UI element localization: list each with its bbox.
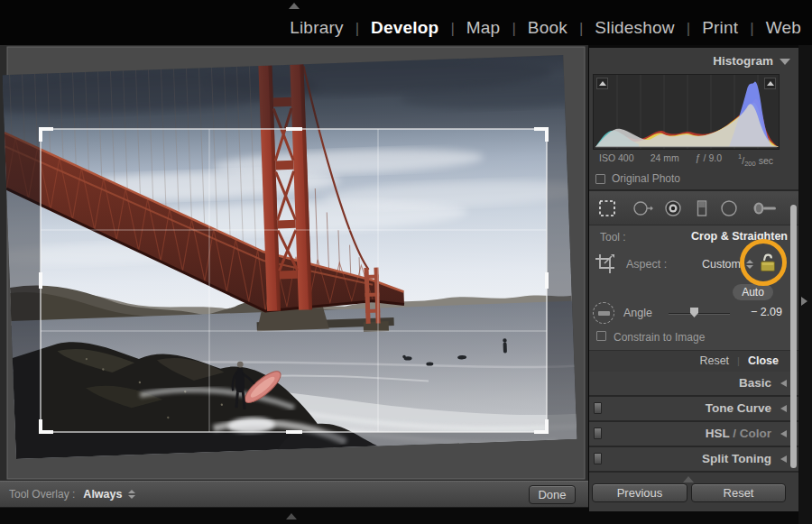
histogram-header[interactable]: Histogram [589, 51, 798, 72]
angle-label: Angle [623, 307, 652, 319]
nav-develop[interactable]: Develop [371, 18, 438, 38]
nav-library[interactable]: Library [290, 18, 343, 38]
histogram-title: Histogram [713, 54, 773, 68]
panel-toggle-switch[interactable] [594, 402, 602, 414]
nav-print[interactable]: Print [702, 18, 738, 38]
constrain-to-image-checkbox[interactable] [596, 331, 606, 341]
adjustment-brush-icon[interactable] [750, 197, 780, 220]
tool-label: Tool : [600, 231, 626, 244]
panel-scroll-hint-icon [683, 476, 694, 483]
constrain-to-image-label: Constrain to Image [614, 331, 705, 344]
tool-overlay-label: Tool Overlay : [9, 488, 75, 501]
panel-section-basic[interactable]: Basic [589, 372, 798, 395]
expand-left-icon [780, 455, 787, 463]
original-photo-checkbox[interactable] [595, 174, 605, 184]
crop-close-button[interactable]: Close [748, 354, 779, 367]
panel-section-tone-curve[interactable]: Tone Curve [589, 397, 798, 420]
exif-readout: ISO 400 24 mm ƒ / 9.0 1/200 sec [593, 152, 780, 168]
module-nav: Library | Develop | Map | Book | Slidesh… [290, 18, 801, 38]
crop-frame-icon[interactable] [594, 253, 617, 280]
radial-filter-icon[interactable] [717, 197, 741, 220]
filmstrip-toggle-icon[interactable] [286, 513, 297, 519]
original-photo-label: Original Photo [612, 172, 680, 185]
panel-toggle-switch[interactable] [594, 453, 602, 464]
develop-right-panel: Histogram ISO 400 [589, 48, 798, 511]
reset-button[interactable]: Reset [691, 483, 786, 502]
histogram-graph [594, 75, 779, 149]
auto-straighten-button[interactable]: Auto [733, 284, 773, 300]
graduated-filter-icon[interactable] [690, 197, 714, 220]
original-photo-row: Original Photo [595, 172, 680, 185]
section-label: Split Toning [702, 452, 771, 465]
expand-left-icon [780, 405, 787, 412]
aspect-chevrons-icon[interactable] [746, 260, 753, 269]
expand-left-icon [780, 380, 787, 387]
nav-book[interactable]: Book [528, 18, 567, 38]
section-label: Tone Curve [706, 401, 771, 415]
nav-web[interactable]: Web [766, 18, 801, 38]
panel-expander-icon[interactable] [801, 297, 807, 306]
highlight-clipping-indicator[interactable] [764, 78, 776, 89]
spot-removal-icon[interactable] [631, 197, 654, 220]
angle-slider-track[interactable] [669, 313, 730, 315]
histogram-disclosure-icon[interactable] [780, 59, 790, 65]
aspect-label: Aspect : [626, 258, 667, 271]
expand-left-icon [780, 430, 787, 437]
nav-separator: | [450, 20, 454, 38]
crop-reset-button[interactable]: Reset [699, 354, 729, 367]
angle-value[interactable]: − 2.09 [751, 306, 782, 318]
exif-focal-length: 24 mm [651, 152, 679, 168]
module-picker-bar: Library | Develop | Map | Book | Slidesh… [0, 0, 812, 45]
canvas-toolbar: Tool Overlay : Always Done [0, 481, 588, 508]
develop-canvas-area: Tool Overlay : Always Done [0, 45, 588, 524]
crop-tool-options: Tool : Crop & Straighten Aspect : Custom [589, 225, 798, 370]
nav-separator: | [687, 20, 690, 38]
aspect-lock-icon[interactable] [758, 251, 778, 274]
nav-separator: | [750, 20, 753, 38]
red-eye-correction-icon[interactable] [661, 197, 685, 220]
panel-section-hsl-color[interactable]: HSL / Color [589, 422, 798, 446]
section-label: HSL / Color [706, 427, 771, 440]
panel-scrollbar[interactable] [790, 205, 797, 468]
exif-iso: ISO 400 [599, 152, 634, 168]
top-panel-toggle-icon[interactable] [289, 3, 300, 9]
section-label: Basic [739, 376, 771, 390]
right-panel-margin [798, 45, 812, 524]
crop-overlay-icon[interactable] [595, 197, 619, 220]
nav-map[interactable]: Map [466, 18, 501, 38]
tool-overlay-select[interactable]: Always [83, 488, 122, 501]
exif-shutter: 1/200 sec [738, 152, 773, 168]
done-button[interactable]: Done [529, 485, 576, 504]
tool-name: Crop & Straighten [691, 230, 788, 243]
lightroom-window: Library | Develop | Map | Book | Slidesh… [0, 0, 812, 524]
photo-canvas[interactable] [0, 45, 588, 481]
previous-button[interactable]: Previous [592, 483, 687, 502]
histogram-display[interactable] [593, 74, 780, 150]
aspect-select[interactable]: Custom [702, 258, 741, 271]
shadow-clipping-indicator[interactable] [596, 78, 608, 89]
nav-separator: | [579, 20, 583, 38]
straighten-level-icon[interactable] [593, 302, 614, 324]
nav-slideshow[interactable]: Slideshow [595, 18, 674, 38]
angle-slider-thumb[interactable] [690, 308, 698, 317]
footer-divider: | [737, 355, 740, 366]
tool-strip [589, 191, 798, 225]
tool-overlay-chevrons-icon[interactable] [128, 490, 135, 499]
panel-section-split-toning[interactable]: Split Toning [589, 447, 798, 471]
exif-aperture: ƒ / 9.0 [696, 152, 722, 168]
nav-separator: | [512, 20, 515, 38]
panel-toggle-switch[interactable] [594, 427, 602, 439]
nav-separator: | [355, 20, 359, 38]
